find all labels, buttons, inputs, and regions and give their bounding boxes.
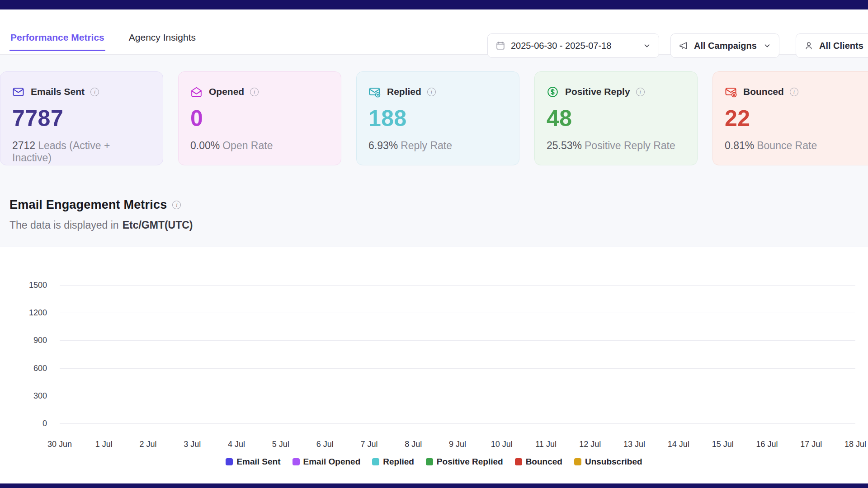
date-range-picker[interactable]: 2025-06-30 - 2025-07-18 [487, 33, 659, 58]
section-title: Email Engagement Metrics [9, 198, 167, 212]
x-tick-label: 2 Jul [140, 440, 157, 449]
stats-row: Emails Senti77872712Leads (Active + Inac… [0, 55, 868, 165]
section-title-row: Email Engagement Metrics i [9, 198, 868, 212]
gridline-y-1200 [60, 313, 855, 313]
legend-label: Replied [383, 457, 414, 467]
stat-label: Positive Reply [565, 86, 630, 97]
x-tick-label: 12 Jul [579, 440, 601, 449]
gridline-y-1500 [60, 285, 855, 286]
timezone-note: The data is displayed inEtc/GMT(UTC) [9, 219, 868, 231]
megaphone-icon [679, 41, 689, 51]
open-envelope-icon [190, 85, 203, 98]
person-icon [804, 41, 814, 51]
x-tick-label: 1 Jul [95, 440, 113, 449]
tab-agency-insights[interactable]: Agency Insights [128, 32, 197, 54]
tab-performance-metrics[interactable]: Performance Metrics [9, 32, 105, 54]
legend-item-email-sent[interactable]: Email Sent [226, 457, 280, 467]
gridline-y-0 [60, 423, 855, 424]
stat-card-header: Positive Replyi [547, 85, 685, 98]
analytics-dashboard: { "header": { "tabs": [ { "label": "Perf… [0, 0, 868, 488]
gridline-y-300 [60, 396, 855, 396]
y-tick-label: 1500 [29, 281, 47, 290]
x-tick-label: 10 Jul [491, 440, 513, 449]
stat-card-positive-reply: Positive Replyi4825.53%Positive Reply Ra… [534, 71, 698, 165]
stat-card-emails-sent: Emails Senti77872712Leads (Active + Inac… [0, 71, 163, 165]
campaigns-dropdown[interactable]: All Campaigns [670, 33, 779, 58]
info-icon[interactable]: i [427, 88, 436, 96]
info-icon[interactable]: i [250, 88, 259, 96]
stat-subtext-rest: Open Rate [222, 140, 273, 151]
stat-card-bounced: Bouncedi220.81%Bounce Rate [712, 71, 868, 165]
info-icon[interactable]: i [636, 88, 645, 96]
stat-card-replied: Repliedi1886.93%Reply Rate [356, 71, 519, 165]
info-icon[interactable]: i [90, 88, 99, 96]
legend-item-replied[interactable]: Replied [372, 457, 414, 467]
stat-subtext: 0.81%Bounce Rate [725, 140, 863, 152]
engagement-chart: 030060090012001500 30 Jun1 Jul2 Jul3 Jul… [0, 247, 868, 488]
stat-label: Replied [387, 86, 421, 97]
stat-card-header: Repliedi [368, 85, 507, 98]
top-bar [0, 0, 868, 9]
active-tab-underline [9, 50, 105, 51]
chart-legend: Email SentEmail OpenedRepliedPositive Re… [0, 457, 868, 467]
stat-label: Bounced [743, 86, 784, 97]
legend-item-email-opened[interactable]: Email Opened [292, 457, 361, 467]
stat-value: 0 [190, 105, 329, 131]
bottom-bar [0, 483, 868, 488]
stat-subtext-rest: Reply Rate [401, 140, 452, 151]
y-tick-label: 900 [33, 336, 47, 345]
stat-value: 188 [368, 105, 507, 131]
y-tick-label: 0 [42, 419, 47, 428]
date-range-value: 2025-06-30 - 2025-07-18 [511, 41, 611, 51]
x-tick-label: 6 Jul [316, 440, 334, 449]
y-tick-label: 1200 [29, 308, 47, 318]
legend-item-bounced[interactable]: Bounced [515, 457, 562, 467]
legend-swatch [574, 458, 581, 465]
stat-subtext-rest: Positive Reply Rate [585, 140, 675, 151]
stat-subtext: 6.93%Reply Rate [368, 140, 507, 152]
stat-card-header: Bouncedi [725, 85, 863, 98]
stat-subtext-strong: 6.93% [368, 140, 398, 151]
y-tick-label: 600 [33, 363, 47, 373]
stat-value: 48 [547, 105, 685, 131]
info-icon[interactable]: i [790, 88, 798, 96]
campaigns-value: All Campaigns [694, 41, 757, 51]
clients-dropdown[interactable]: All Clients [796, 33, 868, 58]
tab-label-agency: Agency Insights [128, 32, 197, 43]
x-tick-label: 4 Jul [228, 440, 245, 449]
stat-subtext-strong: 2712 [12, 140, 35, 151]
clients-value: All Clients [819, 41, 863, 51]
bounce-envelope-icon [725, 85, 737, 98]
legend-label: Bounced [526, 457, 562, 467]
stat-value: 22 [725, 105, 863, 131]
tabs: Performance Metrics Agency Insights [9, 32, 197, 54]
stat-subtext: 2712Leads (Active + Inactive) [12, 140, 151, 164]
y-tick-label: 300 [33, 391, 47, 400]
calendar-icon [495, 41, 505, 51]
legend-item-positive-replied[interactable]: Positive Replied [426, 457, 503, 467]
stat-subtext-rest: Bounce Rate [757, 140, 817, 151]
chart-x-axis: 30 Jun1 Jul2 Jul3 Jul4 Jul5 Jul6 Jul7 Ju… [60, 440, 855, 450]
stat-value: 7787 [12, 105, 151, 131]
legend-swatch [515, 458, 522, 465]
dollar-circle-icon [547, 85, 559, 98]
stat-label: Emails Sent [31, 86, 85, 97]
legend-swatch [372, 458, 379, 465]
stat-card-opened: Openedi00.00%Open Rate [178, 71, 341, 165]
x-tick-label: 30 Jun [47, 440, 72, 449]
stat-subtext: 25.53%Positive Reply Rate [547, 140, 685, 152]
x-tick-label: 8 Jul [405, 440, 422, 449]
x-tick-label: 17 Jul [800, 440, 822, 449]
stat-subtext-strong: 25.53% [547, 140, 582, 151]
chevron-down-icon [763, 42, 771, 50]
gridline-y-600 [60, 368, 855, 369]
send-envelope-icon [12, 85, 25, 98]
legend-label: Email Sent [236, 457, 280, 467]
tab-label-performance: Performance Metrics [9, 32, 105, 43]
stat-card-header: Emails Senti [12, 85, 151, 98]
info-icon[interactable]: i [172, 201, 181, 209]
header-bar: Performance Metrics Agency Insights 2025… [0, 9, 868, 55]
legend-label: Unsubscribed [585, 457, 642, 467]
x-tick-label: 7 Jul [360, 440, 377, 449]
legend-item-unsubscribed[interactable]: Unsubscribed [574, 457, 642, 467]
